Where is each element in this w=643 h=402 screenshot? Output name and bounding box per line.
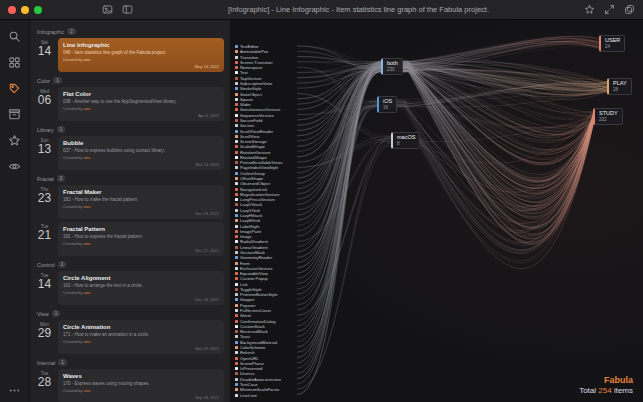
item-label: SecureField (240, 118, 262, 123)
columns-button[interactable] (122, 4, 133, 15)
entry-date: Tue14 (35, 271, 54, 305)
graph-item: FullScreenCover (235, 308, 271, 313)
item-bullet (235, 298, 238, 301)
item-bullet (235, 82, 238, 85)
entry-card[interactable]: Bubble037 - How to express bubbles using… (58, 136, 224, 170)
entry-card[interactable]: Circle Animation171 - How to make an ani… (58, 320, 224, 354)
item-label: SceneStorage (240, 139, 267, 144)
rail-tag-button[interactable] (8, 82, 21, 95)
brand-label: Fabula (579, 375, 633, 386)
item-bullet (235, 256, 238, 259)
node-count: 202 (599, 117, 618, 124)
rail-more-button[interactable] (8, 384, 21, 397)
graph-item: SequenceGesture (235, 113, 274, 118)
tag-icon (8, 82, 21, 95)
graph-item: CustomStack (235, 324, 265, 329)
item-bullet (235, 251, 238, 254)
graph-item: LazyHGrid (235, 218, 260, 223)
item-bullet (235, 351, 238, 354)
item-bullet (235, 103, 238, 106)
item-list-sidebar: Infographic2Sat14Line Infographic046 - I… (30, 20, 231, 402)
entry-card[interactable]: Flat Color038 - Another way to use the A… (58, 87, 224, 121)
entry-author: Created by zeu (63, 106, 219, 111)
item-label: RotationGesture (240, 150, 271, 155)
item-bullet (235, 272, 238, 275)
entry-card[interactable]: Circle Alignment162 - How to arrange the… (58, 271, 224, 305)
section-count-badge: 1 (53, 77, 62, 84)
list-item[interactable]: Sat14Line Infographic046 - Item statisti… (35, 38, 224, 72)
item-label: LazyVStack (240, 202, 262, 207)
rail-grid-button[interactable] (8, 56, 21, 69)
entry-card[interactable]: Fractal Maker182 - How to make the fract… (58, 185, 224, 219)
section-count-badge: 1 (58, 261, 67, 268)
star-button[interactable] (584, 4, 595, 15)
entry-author: Created by zeu (63, 155, 219, 160)
item-label: OpenURL (240, 356, 259, 361)
item-bullet (235, 61, 238, 64)
item-label: FullScreenCover (240, 308, 271, 313)
graph-item: RotationGesture (235, 150, 271, 155)
item-bullet (235, 114, 238, 117)
graph-item: Stepper (235, 297, 255, 302)
entry-title: Bubble (63, 140, 219, 146)
list-item[interactable]: Sun13Bubble037 - How to express bubbles … (35, 136, 224, 170)
rail-eye-button[interactable] (8, 160, 21, 173)
entry-card[interactable]: Waves170 - Express waves using moving sh… (58, 369, 224, 402)
list-item[interactable]: Tue14Circle Alignment162 - How to arrang… (35, 271, 224, 305)
item-bullet (235, 219, 238, 222)
list-item[interactable]: Thu23Fractal Maker182 - How to make the … (35, 185, 224, 219)
item-label: CustomStack (240, 324, 265, 329)
graph-item: TapGesture (235, 76, 262, 81)
entry-card[interactable]: Line Infographic046 - Item statistics li… (58, 38, 224, 72)
entry-date: Tue28 (35, 369, 54, 402)
item-bullet (235, 156, 238, 159)
rail-star-button[interactable] (8, 134, 21, 147)
traffic-light-minimize[interactable] (21, 6, 29, 14)
archive-icon (8, 108, 21, 121)
entry-author: Created by zeu (63, 290, 219, 295)
section-title: Infographic (37, 29, 64, 35)
item-bullet (235, 166, 238, 169)
item-bullet (235, 383, 238, 386)
list-item[interactable]: Tue28Waves170 - Express waves using movi… (35, 369, 224, 402)
item-label: LazyHGrid (240, 218, 260, 223)
item-bullet (235, 394, 238, 397)
rail-archive-button[interactable] (8, 108, 21, 121)
item-label: Toast (240, 334, 250, 339)
item-label: Stepper (240, 297, 255, 302)
item-bullet (235, 367, 238, 370)
gallery-button[interactable] (102, 4, 113, 15)
item-bullet (235, 225, 238, 228)
entry-card[interactable]: Fractal Pattern181 - How to express the … (58, 222, 224, 256)
window-body: Infographic2Sat14Line Infographic046 - I… (0, 20, 643, 402)
entry-date: Mon29 (35, 320, 54, 354)
traffic-light-close[interactable] (8, 6, 16, 14)
item-label: ScrollViewReader (240, 129, 273, 134)
rail-search-button[interactable] (8, 30, 21, 43)
list-item[interactable]: Wed06Flat Color038 - Another way to use … (35, 87, 224, 121)
traffic-light-zoom[interactable] (34, 6, 42, 14)
item-bullet (235, 309, 238, 312)
windows-button[interactable] (624, 4, 635, 15)
total-count: 254 (598, 386, 611, 395)
item-bullet (235, 209, 238, 212)
item-label: Refresh (240, 350, 255, 355)
graph-item: SceneStorage (235, 139, 267, 144)
list-item[interactable]: Tue21Fractal Pattern181 - How to express… (35, 222, 224, 256)
section-header: Internal1 (37, 359, 222, 366)
item-bullet (235, 98, 238, 101)
item-label: StateObject (240, 92, 262, 97)
item-bullet (235, 161, 238, 164)
section-header: Color1 (37, 77, 222, 84)
graph-item: EquatableView (235, 271, 268, 276)
item-bullet (235, 45, 238, 48)
node-count: 28 (613, 87, 627, 94)
graph-item: ScrollViewReader (235, 129, 273, 134)
section-header: Library1 (37, 126, 222, 133)
item-label: Text (240, 70, 248, 75)
section-title: Internal (37, 360, 55, 366)
expand-button[interactable] (604, 4, 615, 15)
item-bullet (235, 277, 238, 280)
list-item[interactable]: Mon29Circle Animation171 - How to make a… (35, 320, 224, 354)
node-label: both (387, 60, 398, 67)
